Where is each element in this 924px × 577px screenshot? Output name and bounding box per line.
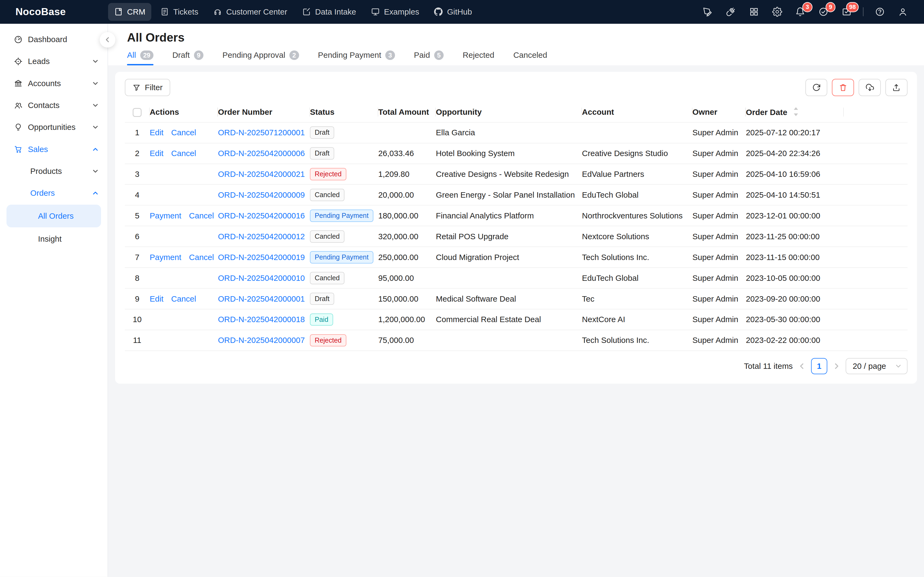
order-date-value: 2023-05-30 00:00:00 <box>746 315 820 324</box>
row-index: 7 <box>135 253 139 262</box>
tab-all[interactable]: All 29 <box>127 50 153 65</box>
filter-button[interactable]: Filter <box>125 79 170 96</box>
order-number-link[interactable]: ORD-N-2025042000010 <box>218 274 305 282</box>
import-button[interactable] <box>859 79 880 96</box>
toolbar-actions <box>805 79 908 96</box>
tasks-button[interactable]: 9 <box>812 7 835 17</box>
order-number-link[interactable]: ORD-N-2025042000009 <box>218 190 305 199</box>
order-number-link[interactable]: ORD-N-2025042000021 <box>218 169 305 179</box>
order-number-link[interactable]: ORD-N-2025071200001 <box>218 128 305 137</box>
refresh-button[interactable] <box>805 79 827 96</box>
sidebar-item-contacts[interactable]: Contacts <box>0 94 108 116</box>
page-header: All Orders All 29 Draft 9 Pending Approv… <box>108 24 924 65</box>
amount-value: 1,209.80 <box>378 169 409 179</box>
sidebar-item-products[interactable]: Products <box>0 160 108 182</box>
tab-label: Rejected <box>463 50 494 60</box>
plugin-api-button[interactable] <box>719 7 742 17</box>
sidebar-item-dashboard[interactable]: Dashboard <box>0 28 108 50</box>
status-tag: Cancled <box>310 189 344 201</box>
owner-value: Super Admin <box>693 315 738 324</box>
shopping-cart-icon <box>14 145 23 154</box>
order-number-link[interactable]: ORD-N-2025042000019 <box>218 253 305 262</box>
payment-action-link[interactable]: Payment <box>150 253 181 262</box>
help-button[interactable] <box>868 7 892 17</box>
sidebar-label: Insight <box>38 234 99 243</box>
sidebar-item-insight[interactable]: Insight <box>0 228 108 250</box>
apps-manager-button[interactable] <box>742 7 766 17</box>
edit-action-link[interactable]: Edit <box>150 149 163 158</box>
messages-button[interactable]: 98 <box>835 7 858 17</box>
amount-value: 320,000.00 <box>378 232 418 241</box>
headset-icon <box>213 7 222 16</box>
order-number-link[interactable]: ORD-N-2025042000006 <box>218 149 305 158</box>
tab-label: Paid <box>414 50 430 60</box>
edit-action-link[interactable]: Edit <box>150 128 163 137</box>
cancel-action-link[interactable]: Cancel <box>189 211 214 220</box>
export-button[interactable] <box>885 79 907 96</box>
tab-pending-payment[interactable]: Pending Payment 3 <box>318 50 395 65</box>
select-all-checkbox[interactable] <box>132 108 142 117</box>
nav-item-data-intake[interactable]: Data Intake <box>296 3 362 21</box>
order-number-link[interactable]: ORD-N-2025042000018 <box>218 315 305 324</box>
edit-action-link[interactable]: Edit <box>150 294 163 303</box>
sidebar-item-accounts[interactable]: Accounts <box>0 73 108 94</box>
sidebar-item-all-orders[interactable]: All Orders <box>6 205 101 227</box>
nav-item-customer-center[interactable]: Customer Center <box>207 3 293 21</box>
status-tag: Rejected <box>310 168 346 181</box>
order-date-value: 2025-04-20 22:34:26 <box>746 149 820 158</box>
nav-item-crm[interactable]: CRM <box>108 3 151 21</box>
sidebar-item-sales[interactable]: Sales <box>0 138 108 160</box>
account-value: Tech Solutions Inc. <box>582 253 649 262</box>
amount-value: 180,000.00 <box>378 211 418 220</box>
order-number-link[interactable]: ORD-N-2025042000012 <box>218 232 305 241</box>
opportunity-value: Financial Analytics Platform <box>436 211 534 220</box>
order-number-link[interactable]: ORD-N-2025042000007 <box>218 335 305 345</box>
sort-carets-icon[interactable] <box>793 107 799 116</box>
cancel-action-link[interactable]: Cancel <box>189 253 214 262</box>
notifications-button[interactable]: 3 <box>788 7 812 17</box>
sidebar-collapse-button[interactable] <box>100 32 115 48</box>
account-value: Tech Solutions Inc. <box>582 335 649 345</box>
bank-icon <box>14 79 23 88</box>
app-logo[interactable]: NocoBase <box>0 6 108 18</box>
pagination-page-1[interactable]: 1 <box>811 358 827 374</box>
page-size-select[interactable]: 20 / page <box>846 358 908 374</box>
nav-item-examples[interactable]: Examples <box>365 3 425 21</box>
order-date-value: 2023-02-22 00:00:00 <box>746 335 820 345</box>
tab-label: All <box>127 50 136 60</box>
main-content: All Orders All 29 Draft 9 Pending Approv… <box>108 24 924 577</box>
notification-badge: 3 <box>803 3 812 11</box>
owner-value: Super Admin <box>693 294 738 303</box>
cancel-action-link[interactable]: Cancel <box>171 294 196 303</box>
sidebar-item-leads[interactable]: Leads <box>0 50 108 73</box>
order-number-link[interactable]: ORD-N-2025042000001 <box>218 294 305 303</box>
tab-canceled[interactable]: Canceled <box>513 50 547 65</box>
delete-button[interactable] <box>832 79 854 96</box>
tab-pending-approval[interactable]: Pending Approval 2 <box>222 50 299 65</box>
sidebar: Dashboard Leads Accounts Contacts Opport… <box>0 24 108 577</box>
user-menu-button[interactable] <box>891 7 914 17</box>
tab-count-badge: 29 <box>140 50 153 60</box>
tab-paid[interactable]: Paid 5 <box>414 50 444 65</box>
ui-editor-button[interactable] <box>696 7 719 17</box>
grid-apps-icon <box>749 7 759 17</box>
tab-draft[interactable]: Draft 9 <box>172 50 204 65</box>
sidebar-item-orders[interactable]: Orders <box>0 182 108 204</box>
form-edit-icon <box>302 7 311 16</box>
lightbulb-icon <box>14 123 23 132</box>
column-header-order-date[interactable]: Order Date <box>746 102 844 122</box>
order-number-link[interactable]: ORD-N-2025042000016 <box>218 211 305 220</box>
cancel-action-link[interactable]: Cancel <box>171 128 196 137</box>
pagination-next-button[interactable] <box>833 363 840 369</box>
sidebar-item-opportunities[interactable]: Opportunities <box>0 116 108 138</box>
payment-action-link[interactable]: Payment <box>150 211 181 220</box>
amount-value: 95,000.00 <box>378 274 414 282</box>
nav-item-tickets[interactable]: Tickets <box>154 3 204 21</box>
chevron-down-icon <box>92 80 99 87</box>
tab-label: Canceled <box>513 50 547 60</box>
pagination-prev-button[interactable] <box>799 363 805 369</box>
nav-item-github[interactable]: GitHub <box>428 3 478 21</box>
settings-button[interactable] <box>766 7 788 17</box>
tab-rejected[interactable]: Rejected <box>463 50 494 65</box>
cancel-action-link[interactable]: Cancel <box>171 149 196 158</box>
